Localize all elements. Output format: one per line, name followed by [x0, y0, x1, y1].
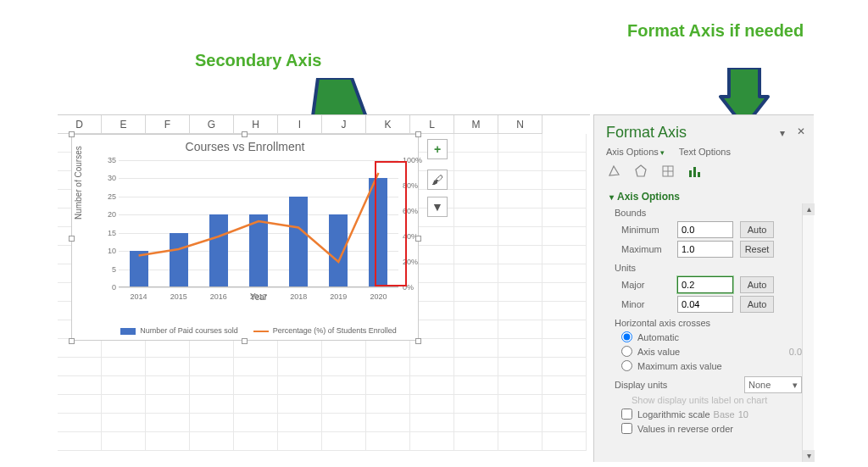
label-units: Units	[615, 263, 802, 273]
radio-label: Maximum axis value	[637, 361, 722, 371]
radio-label: Automatic	[637, 332, 679, 342]
label-major: Major	[621, 280, 677, 290]
minor-input[interactable]	[677, 296, 733, 313]
svg-rect-7	[693, 167, 696, 177]
y-axis-title[interactable]: Number of Courses	[74, 146, 83, 220]
chart-elements-button[interactable]: +	[427, 139, 448, 159]
column-headers-row: D E F G H I J K L M N	[58, 115, 590, 134]
legend-swatch-line-icon	[253, 331, 269, 332]
chart-legend[interactable]: Number of Paid courses sold Percentage (…	[106, 326, 411, 335]
y-tick-label: 25	[101, 192, 116, 201]
size-properties-icon[interactable]	[660, 164, 676, 179]
selection-handle-icon[interactable]	[69, 338, 75, 344]
x-tick-label: 2014	[122, 292, 156, 301]
selection-handle-icon[interactable]	[415, 131, 421, 137]
auto-button[interactable]: Auto	[740, 276, 774, 293]
paintbrush-icon: 🖌	[431, 173, 443, 186]
reset-button[interactable]: Reset	[740, 241, 774, 258]
column-header[interactable]: H	[234, 115, 278, 134]
column-header[interactable]: F	[146, 115, 190, 134]
chevron-down-icon: ▾	[793, 380, 798, 391]
label-display-units: Display units	[615, 380, 667, 390]
column-header[interactable]: G	[190, 115, 234, 134]
y-tick-label: 15	[101, 229, 116, 237]
format-axis-pane: Format Axis ▾ ✕ Axis Options▾ Text Optio…	[593, 114, 814, 462]
pane-close-button[interactable]: ✕	[797, 125, 805, 137]
scroll-down-button[interactable]: ▾	[803, 450, 815, 462]
minimum-input[interactable]	[677, 221, 733, 238]
column-header[interactable]: J	[322, 115, 366, 134]
selection-handle-icon[interactable]	[69, 131, 75, 137]
x-tick-label: 2015	[162, 292, 196, 301]
column-header[interactable]: N	[498, 115, 542, 134]
display-units-select[interactable]: None▾	[744, 376, 802, 393]
selection-handle-icon[interactable]	[242, 131, 248, 137]
check-reverse-order[interactable]	[621, 423, 632, 434]
y-tick-label: 35	[101, 156, 116, 164]
x-tick-label: 2019	[321, 292, 355, 301]
column-header[interactable]: E	[102, 115, 146, 134]
major-input[interactable]	[677, 276, 733, 293]
maximum-input[interactable]	[677, 241, 733, 258]
selection-handle-icon[interactable]	[415, 338, 421, 344]
tab-axis-options[interactable]: Axis Options▾	[606, 147, 665, 157]
svg-rect-6	[689, 170, 692, 177]
base-value: 10	[738, 409, 748, 420]
highlight-box-secondary-axis	[375, 161, 407, 286]
auto-button[interactable]: Auto	[740, 221, 774, 238]
chart-object[interactable]: Courses vs Enrollment Number of Courses …	[71, 134, 419, 341]
legend-swatch-bar-icon	[120, 328, 136, 335]
column-header[interactable]: M	[454, 115, 498, 134]
check-label: Values in reverse order	[637, 424, 733, 434]
selection-handle-icon[interactable]	[69, 236, 75, 242]
funnel-icon: ▼	[431, 200, 443, 214]
y-tick-label: 5	[101, 265, 116, 274]
selection-handle-icon[interactable]	[242, 338, 248, 344]
legend-entry[interactable]: Number of Paid courses sold	[120, 326, 238, 335]
label-base: Base	[714, 409, 735, 420]
svg-marker-2	[636, 165, 646, 176]
x-tick-label: 2018	[281, 292, 315, 301]
axis-value-display: 0.0	[789, 347, 802, 357]
svg-rect-8	[698, 172, 700, 177]
x-axis[interactable]	[119, 286, 398, 287]
selection-handle-icon[interactable]	[415, 236, 421, 242]
y-tick-label: 20	[101, 210, 116, 219]
chart-plot-area[interactable]	[119, 160, 398, 287]
x-tick-label: 2020	[361, 292, 395, 301]
label-maximum: Maximum	[621, 244, 677, 254]
y-tick-label: 10	[101, 247, 116, 255]
label-show-display-units: Show display units label on chart	[632, 395, 802, 405]
x-tick-label: 2016	[202, 292, 236, 301]
pane-scrollbar[interactable]: ▴ ▾	[802, 203, 814, 462]
legend-label: Percentage (%) of Students Enrolled	[273, 326, 397, 335]
column-header[interactable]: D	[58, 115, 102, 134]
radio-automatic[interactable]	[621, 331, 632, 342]
chart-title[interactable]: Courses vs Enrollment	[72, 135, 418, 153]
section-axis-options[interactable]: Axis Options	[609, 191, 802, 203]
chart-filter-button[interactable]: ▼	[427, 197, 448, 217]
label-minor: Minor	[621, 299, 677, 309]
fill-line-icon[interactable]	[606, 164, 621, 179]
callout-secondary-axis: Secondary Axis	[195, 51, 321, 70]
callout-format-axis: Format Axis if needed	[627, 21, 804, 41]
effects-icon[interactable]	[633, 164, 648, 179]
check-logarithmic[interactable]	[621, 409, 632, 420]
check-label: Logarithmic scale	[637, 409, 710, 420]
pane-title: Format Axis	[606, 124, 802, 142]
column-header[interactable]: I	[278, 115, 322, 134]
legend-entry[interactable]: Percentage (%) of Students Enrolled	[253, 326, 397, 335]
column-header[interactable]: K	[366, 115, 410, 134]
tab-text-options[interactable]: Text Options	[679, 147, 731, 157]
radio-maximum-axis-value[interactable]	[621, 360, 632, 371]
chart-styles-button[interactable]: 🖌	[427, 170, 448, 190]
axis-options-icon[interactable]	[687, 164, 703, 179]
pane-options-dropdown-icon[interactable]: ▾	[780, 127, 785, 139]
close-icon: ✕	[797, 125, 805, 137]
label-minimum: Minimum	[621, 225, 677, 235]
auto-button[interactable]: Auto	[740, 296, 774, 313]
scroll-up-button[interactable]: ▴	[803, 203, 815, 215]
radio-axis-value[interactable]	[621, 346, 632, 357]
chart-line-series[interactable]	[119, 160, 398, 287]
radio-label: Axis value	[637, 347, 680, 357]
